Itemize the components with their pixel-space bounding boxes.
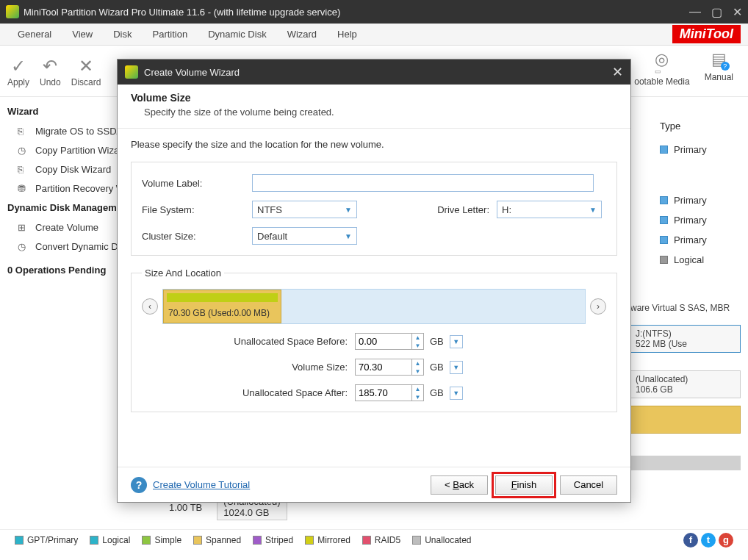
copy-partition-icon: ◷ [18,144,29,156]
legend-label: RAID5 [375,535,400,545]
cancel-button[interactable]: Cancel [560,475,617,495]
maximize-button[interactable]: ▢ [711,5,722,19]
dialog-footer: ? Create Volume Tutorial < Back Finish C… [118,467,630,502]
brand-logo: MiniTool [672,25,741,43]
migrate-icon: ⎘ [18,125,29,137]
up-icon: ▲ [412,385,423,393]
discard-icon: ✕ [79,55,93,77]
size-prev-button[interactable]: ‹ [142,298,158,315]
label-file-system: File System: [142,204,252,215]
legend-swatch [362,536,371,545]
facebook-icon[interactable]: f [683,533,698,548]
disk-size: 1.00 TB [169,502,202,513]
finish-button[interactable]: Finish [495,475,553,495]
chevron-down-icon: ▼ [345,206,352,214]
disk-info-fragment: ware Virtual S SAS, MBR J:(NTFS) 522 MB … [630,303,741,470]
legend-item: RAID5 [362,535,400,545]
type-row: Primary [660,210,733,230]
social-icons: f t g [683,533,733,548]
unit-select[interactable]: ▼ [450,361,463,374]
type-row: Primary [660,230,733,250]
create-volume-icon: ⊞ [18,221,29,233]
size-bar[interactable]: 70.30 GB (Used:0.00 MB) [162,289,586,324]
help-badge-icon: ? [721,62,730,71]
menu-dynamic-disk[interactable]: Dynamic Disk [198,29,276,40]
up-icon: ▲ [412,334,423,342]
partition-block-unallocated[interactable]: (Unallocated) 106.6 GB [630,370,741,398]
type-row: Logical [660,250,733,270]
book-icon: ▤? [711,50,727,69]
dialog-title: Create Volume Wizard [144,67,240,78]
legend-item: Striped [253,535,293,545]
undo-button[interactable]: ↶Undo [40,55,61,87]
legend-swatch [305,536,314,545]
size-location-legend: Size And Location [142,268,224,279]
unit-select[interactable]: ▼ [450,335,463,348]
menu-bar: General View Disk Partition Dynamic Disk… [0,24,748,46]
size-next-button[interactable]: › [590,298,606,315]
cluster-size-select[interactable]: Default▼ [252,227,357,245]
logical-icon [660,256,668,264]
spanned-block[interactable] [630,406,741,434]
google-plus-icon[interactable]: g [719,533,733,548]
legend-label: Logical [102,535,130,545]
label-volume-label: Volume Label: [142,178,252,189]
label-volume-size: Volume Size: [142,362,355,373]
down-icon: ▼ [412,367,423,376]
twitter-icon[interactable]: t [701,533,716,548]
space-before-stepper[interactable]: ▲▼ [412,333,424,350]
volume-label-input[interactable] [252,174,594,192]
menu-disk[interactable]: Disk [103,29,142,40]
menu-partition[interactable]: Partition [142,29,198,40]
dialog-icon [125,65,138,79]
space-after-stepper[interactable]: ▲▼ [412,384,424,401]
primary-icon [660,236,668,244]
primary-icon [660,146,668,154]
close-window-button[interactable]: ✕ [733,5,742,19]
legend-label: GPT/Primary [27,535,78,545]
menu-view[interactable]: View [62,29,103,40]
legend-swatch [412,536,421,545]
legend-swatch [15,536,24,545]
file-system-select[interactable]: NTFS▼ [252,201,357,218]
help-icon[interactable]: ? [131,477,147,493]
manual-button[interactable]: ▤?Manual [697,46,741,97]
tutorial-link[interactable]: Create Volume Tutorial [153,479,250,490]
drive-letter-select[interactable]: H:▼ [497,201,602,218]
up-icon: ▲ [412,359,423,367]
bootable-media-button[interactable]: ◎▭ootable Media [627,46,697,97]
used-segment[interactable]: 70.30 GB (Used:0.00 MB) [163,290,281,323]
chevron-down-icon: ▼ [589,206,597,214]
legend-label: Mirrored [317,535,350,545]
space-before-input[interactable] [355,333,412,350]
unallocated-block[interactable] [630,456,741,470]
partition-block-j[interactable]: J:(NTFS) 522 MB (Use [630,325,741,353]
back-button[interactable]: < Back [431,475,488,495]
unit-select[interactable]: ▼ [450,387,463,400]
used-segment-label: 70.30 GB (Used:0.00 MB) [168,308,270,318]
legend-item: GPT/Primary [15,535,78,545]
volume-size-input[interactable] [355,359,412,376]
column-header-type: Type [660,121,748,132]
apply-button[interactable]: ✓Apply [7,55,29,87]
label-space-after: Unallocated Space After: [142,387,355,398]
legend-item: Mirrored [305,535,350,545]
size-location-group: Size And Location ‹ 70.30 GB (Used:0.00 … [131,268,617,412]
discard-button[interactable]: ✕Discard [71,55,101,87]
dialog-close-button[interactable]: ✕ [612,64,623,80]
convert-icon: ◷ [18,240,29,252]
menu-help[interactable]: Help [327,29,367,40]
legend-label: Striped [265,535,293,545]
legend-bar: GPT/PrimaryLogicalSimpleSpannedStripedMi… [0,529,748,550]
volume-size-stepper[interactable]: ▲▼ [412,359,424,376]
minimize-button[interactable]: — [689,5,701,19]
space-after-input[interactable] [355,384,412,401]
dialog-header: Volume Size Specify the size of the volu… [118,85,630,129]
menu-wizard[interactable]: Wizard [277,29,327,40]
dialog-subheading: Specify the size of the volume being cre… [131,107,617,118]
create-volume-dialog: Create Volume Wizard ✕ Volume Size Speci… [117,59,631,503]
legend-item: Unallocated [412,535,471,545]
type-row: Primary [660,190,733,210]
menu-general[interactable]: General [7,29,62,40]
legend-label: Spanned [206,535,241,545]
